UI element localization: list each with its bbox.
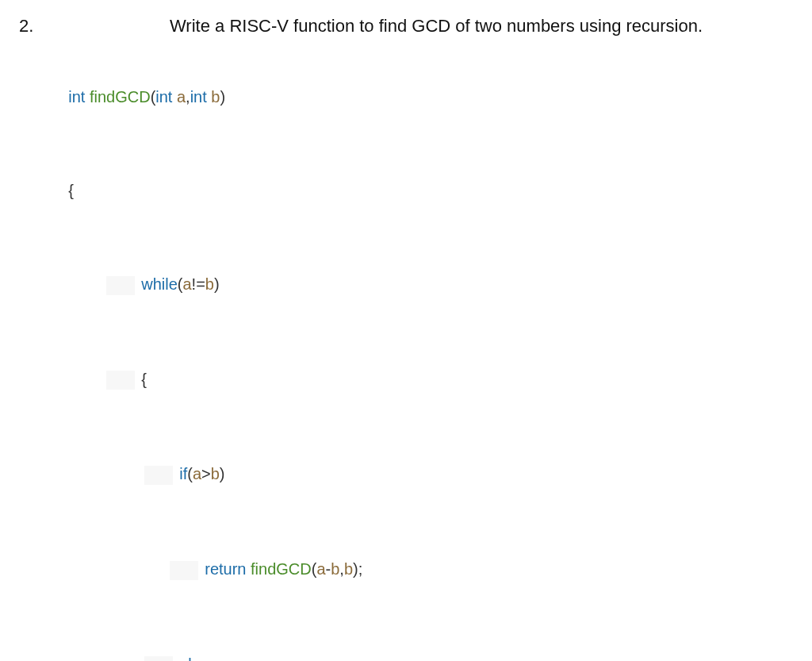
var-b: b bbox=[211, 465, 220, 482]
code-block: int findGCD(int a,int b) { while(a!=b) {… bbox=[51, 68, 793, 661]
paren-close: ) bbox=[220, 88, 225, 106]
op-gt: > bbox=[201, 465, 211, 482]
keyword-if: if bbox=[179, 465, 187, 482]
code-line-brace-open: { bbox=[51, 162, 793, 219]
op-neq: != bbox=[192, 275, 205, 293]
keyword-return: return bbox=[205, 560, 246, 578]
var-a: a bbox=[182, 275, 191, 293]
keyword-else: else bbox=[179, 655, 209, 661]
paren-close-semi: ); bbox=[353, 560, 362, 578]
function-name: findGCD bbox=[90, 88, 151, 106]
highlight-bg bbox=[170, 561, 198, 580]
code-line-return1: return findGCD(a-b,b); bbox=[152, 540, 793, 599]
highlight-bg bbox=[144, 466, 173, 485]
code-line-inner-brace-open: { bbox=[89, 351, 793, 409]
brace-open: { bbox=[141, 371, 147, 388]
paren-close: ) bbox=[214, 275, 220, 293]
question-title: Write a RISC-V function to find GCD of t… bbox=[170, 16, 703, 37]
code-line-else: else bbox=[127, 636, 793, 661]
keyword-int: int bbox=[155, 88, 172, 106]
highlight-bg bbox=[106, 371, 135, 390]
highlight-bg bbox=[106, 276, 135, 295]
question-header: 2. Write a RISC-V function to find GCD o… bbox=[19, 16, 793, 37]
var-a: a bbox=[316, 560, 325, 578]
brace-open: { bbox=[68, 182, 74, 199]
code-line-if: if(a>b) bbox=[127, 445, 793, 504]
keyword-int: int bbox=[190, 88, 207, 106]
function-name: findGCD bbox=[251, 560, 312, 578]
highlight-bg bbox=[144, 656, 173, 661]
var-b: b bbox=[344, 560, 353, 578]
paren-close: ) bbox=[220, 465, 225, 482]
var-a: a bbox=[177, 88, 186, 106]
keyword-while: while bbox=[141, 275, 178, 293]
code-line-while: while(a!=b) bbox=[89, 256, 793, 314]
var-a: a bbox=[193, 465, 201, 482]
var-b: b bbox=[331, 560, 339, 578]
keyword-int: int bbox=[68, 88, 85, 106]
var-b: b bbox=[211, 88, 220, 106]
var-b: b bbox=[205, 275, 214, 293]
code-line-signature: int findGCD(int a,int b) bbox=[51, 68, 793, 125]
paren-open: ( bbox=[187, 465, 193, 482]
question-number: 2. bbox=[19, 16, 170, 37]
